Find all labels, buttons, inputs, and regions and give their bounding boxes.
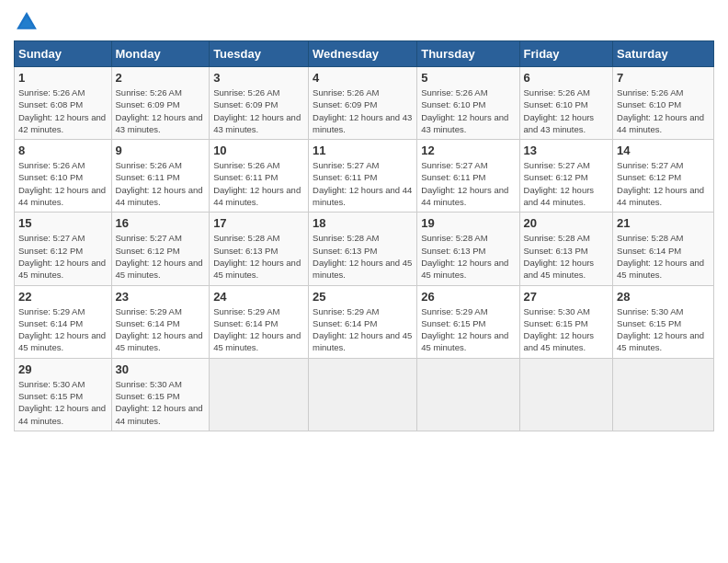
day-info: Sunrise: 5:26 AMSunset: 6:08 PMDaylight:… — [18, 86, 108, 135]
day-info: Sunrise: 5:29 AMSunset: 6:14 PMDaylight:… — [213, 305, 304, 354]
week-row-2: 8Sunrise: 5:26 AMSunset: 6:10 PMDaylight… — [15, 140, 714, 213]
day-header-friday: Friday — [519, 41, 613, 67]
day-info: Sunrise: 5:26 AMSunset: 6:10 PMDaylight:… — [524, 86, 609, 135]
day-number: 29 — [18, 362, 108, 376]
day-info: Sunrise: 5:28 AMSunset: 6:13 PMDaylight:… — [524, 232, 609, 281]
day-number: 9 — [116, 144, 206, 157]
day-info: Sunrise: 5:27 AMSunset: 6:12 PMDaylight:… — [18, 232, 108, 281]
day-number: 13 — [524, 144, 609, 157]
day-number: 6 — [524, 71, 609, 85]
calendar-table: SundayMondayTuesdayWednesdayThursdayFrid… — [14, 40, 714, 431]
calendar-cell — [309, 358, 417, 431]
day-number: 5 — [421, 71, 515, 85]
day-info: Sunrise: 5:30 AMSunset: 6:15 PMDaylight:… — [617, 305, 710, 354]
calendar-cell — [417, 358, 519, 431]
calendar-cell: 15Sunrise: 5:27 AMSunset: 6:12 PMDayligh… — [15, 213, 112, 285]
day-info: Sunrise: 5:30 AMSunset: 6:15 PMDaylight:… — [524, 305, 609, 354]
week-row-4: 22Sunrise: 5:29 AMSunset: 6:14 PMDayligh… — [15, 285, 714, 358]
day-number: 10 — [213, 144, 304, 157]
day-number: 12 — [421, 144, 515, 157]
day-number: 14 — [617, 144, 710, 157]
day-info: Sunrise: 5:30 AMSunset: 6:15 PMDaylight:… — [18, 378, 108, 427]
logo-icon — [14, 9, 40, 35]
day-info: Sunrise: 5:27 AMSunset: 6:12 PMDaylight:… — [617, 159, 710, 208]
day-info: Sunrise: 5:26 AMSunset: 6:11 PMDaylight:… — [116, 159, 206, 208]
day-number: 24 — [213, 290, 304, 304]
day-header-monday: Monday — [111, 41, 210, 67]
calendar-cell: 8Sunrise: 5:26 AMSunset: 6:10 PMDaylight… — [15, 140, 112, 213]
calendar-cell: 19Sunrise: 5:28 AMSunset: 6:13 PMDayligh… — [417, 213, 519, 285]
week-row-5: 29Sunrise: 5:30 AMSunset: 6:15 PMDayligh… — [15, 358, 714, 431]
day-info: Sunrise: 5:28 AMSunset: 6:14 PMDaylight:… — [617, 232, 710, 281]
day-number: 17 — [213, 216, 304, 230]
calendar-cell: 20Sunrise: 5:28 AMSunset: 6:13 PMDayligh… — [519, 213, 613, 285]
day-info: Sunrise: 5:26 AMSunset: 6:09 PMDaylight:… — [213, 86, 304, 135]
calendar-cell: 11Sunrise: 5:27 AMSunset: 6:11 PMDayligh… — [309, 140, 417, 213]
day-number: 1 — [18, 71, 108, 85]
logo — [14, 9, 43, 35]
day-info: Sunrise: 5:26 AMSunset: 6:09 PMDaylight:… — [116, 86, 206, 135]
day-number: 7 — [617, 71, 710, 85]
calendar-cell: 29Sunrise: 5:30 AMSunset: 6:15 PMDayligh… — [15, 358, 112, 431]
day-number: 22 — [18, 290, 108, 304]
calendar-cell: 10Sunrise: 5:26 AMSunset: 6:11 PMDayligh… — [210, 140, 309, 213]
calendar-cell: 1Sunrise: 5:26 AMSunset: 6:08 PMDaylight… — [15, 67, 112, 140]
week-row-3: 15Sunrise: 5:27 AMSunset: 6:12 PMDayligh… — [15, 213, 714, 285]
day-number: 20 — [524, 216, 609, 230]
calendar-cell: 12Sunrise: 5:27 AMSunset: 6:11 PMDayligh… — [417, 140, 519, 213]
day-number: 30 — [116, 362, 206, 376]
calendar-cell: 28Sunrise: 5:30 AMSunset: 6:15 PMDayligh… — [613, 285, 714, 358]
calendar-cell: 24Sunrise: 5:29 AMSunset: 6:14 PMDayligh… — [210, 285, 309, 358]
day-info: Sunrise: 5:28 AMSunset: 6:13 PMDaylight:… — [313, 232, 413, 281]
day-number: 16 — [116, 216, 206, 230]
calendar-cell: 23Sunrise: 5:29 AMSunset: 6:14 PMDayligh… — [111, 285, 210, 358]
day-info: Sunrise: 5:26 AMSunset: 6:10 PMDaylight:… — [421, 86, 515, 135]
day-number: 11 — [313, 144, 413, 157]
day-info: Sunrise: 5:28 AMSunset: 6:13 PMDaylight:… — [421, 232, 515, 281]
calendar-cell: 3Sunrise: 5:26 AMSunset: 6:09 PMDaylight… — [210, 67, 309, 140]
day-info: Sunrise: 5:28 AMSunset: 6:13 PMDaylight:… — [213, 232, 304, 281]
day-number: 28 — [617, 290, 710, 304]
day-info: Sunrise: 5:26 AMSunset: 6:09 PMDaylight:… — [313, 86, 413, 135]
calendar-cell: 30Sunrise: 5:30 AMSunset: 6:15 PMDayligh… — [111, 358, 210, 431]
calendar-cell: 7Sunrise: 5:26 AMSunset: 6:10 PMDaylight… — [613, 67, 714, 140]
calendar-cell: 27Sunrise: 5:30 AMSunset: 6:15 PMDayligh… — [519, 285, 613, 358]
day-info: Sunrise: 5:29 AMSunset: 6:15 PMDaylight:… — [421, 305, 515, 354]
calendar-cell: 22Sunrise: 5:29 AMSunset: 6:14 PMDayligh… — [15, 285, 112, 358]
calendar-cell: 21Sunrise: 5:28 AMSunset: 6:14 PMDayligh… — [613, 213, 714, 285]
day-info: Sunrise: 5:27 AMSunset: 6:12 PMDaylight:… — [116, 232, 206, 281]
calendar-cell: 18Sunrise: 5:28 AMSunset: 6:13 PMDayligh… — [309, 213, 417, 285]
calendar-cell: 9Sunrise: 5:26 AMSunset: 6:11 PMDaylight… — [111, 140, 210, 213]
day-header-sunday: Sunday — [15, 41, 112, 67]
calendar-cell: 5Sunrise: 5:26 AMSunset: 6:10 PMDaylight… — [417, 67, 519, 140]
day-info: Sunrise: 5:30 AMSunset: 6:15 PMDaylight:… — [116, 378, 206, 427]
day-info: Sunrise: 5:26 AMSunset: 6:10 PMDaylight:… — [18, 159, 108, 208]
calendar-cell: 13Sunrise: 5:27 AMSunset: 6:12 PMDayligh… — [519, 140, 613, 213]
day-header-tuesday: Tuesday — [210, 41, 309, 67]
calendar-cell: 17Sunrise: 5:28 AMSunset: 6:13 PMDayligh… — [210, 213, 309, 285]
day-number: 26 — [421, 290, 515, 304]
day-number: 23 — [116, 290, 206, 304]
day-number: 3 — [213, 71, 304, 85]
day-number: 4 — [313, 71, 413, 85]
calendar-cell: 2Sunrise: 5:26 AMSunset: 6:09 PMDaylight… — [111, 67, 210, 140]
day-header-saturday: Saturday — [613, 41, 714, 67]
day-info: Sunrise: 5:27 AMSunset: 6:11 PMDaylight:… — [313, 159, 413, 208]
day-header-wednesday: Wednesday — [309, 41, 417, 67]
day-header-thursday: Thursday — [417, 41, 519, 67]
calendar-cell: 4Sunrise: 5:26 AMSunset: 6:09 PMDaylight… — [309, 67, 417, 140]
day-number: 2 — [116, 71, 206, 85]
day-info: Sunrise: 5:29 AMSunset: 6:14 PMDaylight:… — [116, 305, 206, 354]
day-info: Sunrise: 5:29 AMSunset: 6:14 PMDaylight:… — [313, 305, 413, 354]
day-number: 18 — [313, 216, 413, 230]
calendar-cell — [519, 358, 613, 431]
day-number: 27 — [524, 290, 609, 304]
calendar-cell: 25Sunrise: 5:29 AMSunset: 6:14 PMDayligh… — [309, 285, 417, 358]
day-number: 21 — [617, 216, 710, 230]
day-number: 15 — [18, 216, 108, 230]
calendar-cell: 6Sunrise: 5:26 AMSunset: 6:10 PMDaylight… — [519, 67, 613, 140]
calendar-header-row: SundayMondayTuesdayWednesdayThursdayFrid… — [15, 41, 714, 67]
day-number: 8 — [18, 144, 108, 157]
calendar-cell: 14Sunrise: 5:27 AMSunset: 6:12 PMDayligh… — [613, 140, 714, 213]
day-info: Sunrise: 5:27 AMSunset: 6:12 PMDaylight:… — [524, 159, 609, 208]
